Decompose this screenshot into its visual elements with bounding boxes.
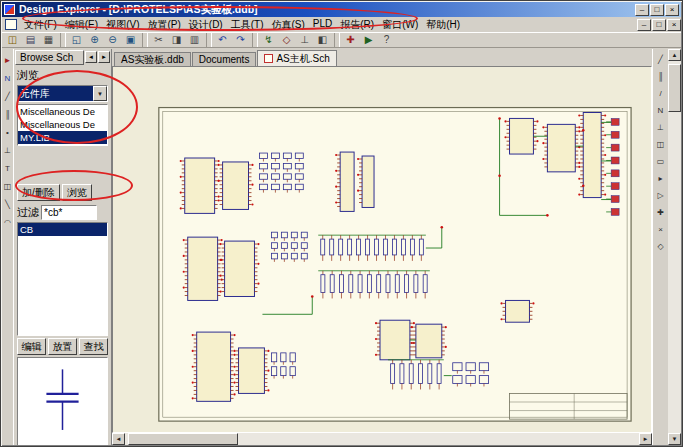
add-remove-button[interactable]: 加/删除	[17, 184, 60, 201]
mdi-minimize-button[interactable]: –	[637, 19, 651, 31]
menu-place[interactable]: 放置(P)	[143, 18, 184, 32]
library-list-item[interactable]: Miscellaneous De	[18, 118, 107, 131]
cut-icon[interactable]: ✂	[150, 33, 167, 47]
copy-icon[interactable]: ◨	[168, 33, 185, 47]
parts-browser-icon[interactable]: ◧	[314, 33, 331, 47]
bus-entry-icon[interactable]: /	[654, 88, 667, 100]
main-area: AS实验板.ddbDocumentsAS主机.Sch ◄ ►	[112, 49, 652, 445]
minimize-button[interactable]: –	[635, 4, 649, 16]
scroll-down-button[interactable]: ▼	[668, 433, 681, 445]
menu-simulate[interactable]: 仿真(S)	[267, 18, 308, 32]
sheet-symbol-tool-icon[interactable]: ▭	[654, 156, 667, 168]
schematic-canvas[interactable]	[112, 66, 652, 433]
document-icon	[5, 19, 17, 30]
menu-pld[interactable]: PLD	[309, 18, 336, 32]
bus-icon[interactable]: ║	[2, 109, 13, 120]
menu-tools[interactable]: 工具(T)	[227, 18, 268, 32]
paste-icon[interactable]: ▥	[186, 33, 203, 47]
menu-file[interactable]: 文件(F)	[20, 18, 61, 32]
close-button[interactable]: ×	[665, 4, 679, 16]
mdi-close-button[interactable]: ×	[667, 19, 681, 31]
mdi-restore-button[interactable]: □	[652, 19, 666, 31]
panel-tab-bar: Browse Sch ◄ ►	[14, 49, 111, 65]
cross-probe-icon[interactable]: ✚	[342, 33, 359, 47]
tab-as-zhuji-sch[interactable]: AS主机.Sch	[257, 50, 336, 66]
menu-help[interactable]: 帮助(H)	[422, 18, 464, 32]
bus-tool-icon[interactable]: ║	[654, 71, 667, 83]
place-button[interactable]: 放置	[48, 338, 77, 355]
wire-tool-icon[interactable]: ╱	[654, 54, 667, 66]
junction-icon[interactable]: •	[2, 127, 13, 138]
scroll-up-button[interactable]: ▲	[668, 49, 681, 61]
port-tool-icon[interactable]: ▷	[654, 190, 667, 202]
print-icon[interactable]: ▦	[40, 33, 57, 47]
menu-reports[interactable]: 报告(R)	[336, 18, 378, 32]
power-objects-icon[interactable]: ⊥	[296, 33, 313, 47]
horizontal-scrollbar-track[interactable]	[125, 433, 639, 445]
junction-tool-icon[interactable]: ✚	[654, 207, 667, 219]
scroll-right-button[interactable]: ►	[639, 433, 652, 445]
find-button[interactable]: 查找	[79, 338, 108, 355]
cursor-icon[interactable]: ►	[2, 55, 13, 66]
wire-icon[interactable]: ╱	[2, 91, 13, 102]
menu-window[interactable]: 窗口(W)	[378, 18, 422, 32]
component-listbox[interactable]: CB	[17, 222, 108, 336]
component-preview	[17, 357, 108, 445]
sheet-entry-tool-icon[interactable]: ▸	[654, 173, 667, 185]
panel-scroll-left-button[interactable]: ◄	[85, 51, 97, 63]
net-icon[interactable]: N	[2, 73, 13, 84]
library-listbox[interactable]: Miscellaneous DeMiscellaneous DeMY.LIB	[17, 104, 108, 146]
menu-edit[interactable]: 编辑(E)	[61, 18, 102, 32]
library-list-item[interactable]: MY.LIB	[18, 131, 107, 144]
zoom-all-icon[interactable]: ▣	[122, 33, 139, 47]
horizontal-scrollbar-thumb[interactable]	[128, 433, 238, 445]
toolbar-separator	[142, 33, 148, 47]
wiring-tools-icon[interactable]: ↯	[260, 33, 277, 47]
tab-documents[interactable]: Documents	[192, 52, 257, 66]
menu-view[interactable]: 视图(V)	[102, 18, 143, 32]
left-tool-strip: ►N╱║•⊥T◫╲◠	[2, 49, 14, 445]
drawing-tools-icon[interactable]: ◇	[278, 33, 295, 47]
vertical-scrollbar-track[interactable]	[668, 61, 681, 433]
menu-items: 文件(F)编辑(E)视图(V)放置(P)设计(D)工具(T)仿真(S)PLD报告…	[20, 18, 464, 32]
tab-label: Documents	[199, 54, 250, 65]
part-tool-icon[interactable]: ◫	[654, 139, 667, 151]
vertical-scrollbar-thumb[interactable]	[668, 64, 681, 112]
filter-input[interactable]	[41, 205, 97, 220]
directives-tool-icon[interactable]: ◇	[654, 241, 667, 253]
tab-browse-sch[interactable]: Browse Sch	[15, 50, 84, 65]
library-type-value: 元件库	[18, 86, 93, 101]
menu-design[interactable]: 设计(D)	[185, 18, 227, 32]
component-list-item[interactable]: CB	[18, 223, 107, 236]
open-document-icon[interactable]: ◫	[4, 33, 21, 47]
panel-scroll-right-button[interactable]: ►	[98, 51, 110, 63]
simulate-run-icon[interactable]: ▶	[360, 33, 377, 47]
library-type-dropdown[interactable]: 元件库 ▼	[17, 85, 108, 102]
zoom-window-icon[interactable]: ◱	[68, 33, 85, 47]
no-erc-tool-icon[interactable]: ×	[654, 224, 667, 236]
power-port-tool-icon[interactable]: ⊥	[654, 122, 667, 134]
redo-icon[interactable]: ↷	[232, 33, 249, 47]
net-label-tool-icon[interactable]: N	[654, 105, 667, 117]
power-port-icon[interactable]: ⊥	[2, 145, 13, 156]
undo-icon[interactable]: ↶	[214, 33, 231, 47]
tab-as-shiyanban-ddb[interactable]: AS实验板.ddb	[114, 52, 191, 66]
browse-button[interactable]: 浏览	[62, 184, 92, 201]
part-icon[interactable]: ◫	[2, 181, 13, 192]
filter-row: 过滤	[17, 205, 108, 220]
toolbar-separator	[252, 33, 258, 47]
polyline-icon[interactable]: ╲	[2, 199, 13, 210]
zoom-in-icon[interactable]: ⊕	[86, 33, 103, 47]
edit-button[interactable]: 编辑	[17, 338, 46, 355]
zoom-out-icon[interactable]: ⊖	[104, 33, 121, 47]
scroll-left-button[interactable]: ◄	[112, 433, 125, 445]
restore-button[interactable]: □	[650, 4, 664, 16]
help-icon[interactable]: ?	[378, 33, 395, 47]
save-icon[interactable]: ▤	[22, 33, 39, 47]
library-list-item[interactable]: Miscellaneous De	[18, 105, 107, 118]
text-icon[interactable]: T	[2, 163, 13, 174]
vertical-scrollbar[interactable]: ▲ ▼	[668, 49, 681, 445]
horizontal-scrollbar[interactable]: ◄ ►	[112, 433, 652, 445]
arc-icon[interactable]: ◠	[2, 217, 13, 228]
chevron-down-icon[interactable]: ▼	[93, 86, 107, 101]
